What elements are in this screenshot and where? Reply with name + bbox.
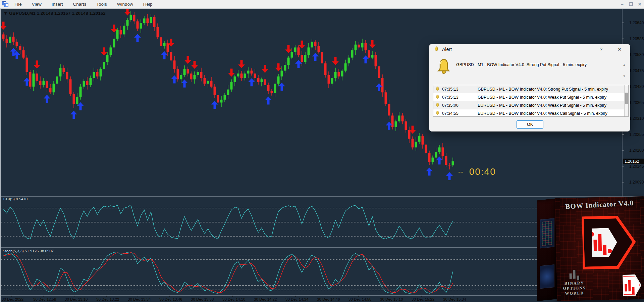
candle — [355, 45, 357, 50]
candle — [405, 121, 407, 130]
candle — [274, 84, 276, 93]
buy-signal-arrow — [70, 111, 77, 119]
candle — [157, 27, 159, 37]
candle — [180, 75, 182, 79]
candle — [39, 81, 42, 85]
menu-item-help[interactable]: Help — [138, 0, 158, 9]
candle — [12, 37, 15, 42]
candle — [338, 72, 340, 77]
price-axis-label: 1.20420 — [629, 84, 644, 89]
candle — [56, 77, 58, 84]
minimize-button[interactable]: – — [618, 1, 627, 8]
candle — [163, 43, 166, 46]
menu-item-tools[interactable]: Tools — [91, 0, 112, 9]
alert-message: GBPUSD - M1 - BOW Indicator V4.0: Strong… — [456, 62, 604, 67]
scroll-up-icon[interactable]: ▲ — [622, 63, 627, 67]
box-front-face: BOW Indicator V4.0 BINARY OPTIONS WORLD — [555, 196, 644, 301]
candle — [284, 65, 286, 70]
scrollbar[interactable] — [624, 85, 628, 116]
bars-logo-icon — [625, 279, 635, 292]
time-axis-label: 30 Dec 13:46 — [159, 297, 182, 301]
candlestick-series — [2, 11, 454, 169]
buy-signal-arrow — [446, 172, 453, 180]
menu-item-charts[interactable]: Charts — [68, 0, 92, 9]
candle — [448, 165, 451, 165]
candle — [19, 46, 21, 50]
countdown-dashes: -- — [458, 167, 464, 176]
candle — [281, 71, 283, 77]
alert-row[interactable]: 07:35:13GBPUSD - M1 - BOW Indicator V4.0… — [433, 85, 628, 93]
box-side-screenshot — [540, 264, 554, 289]
candle — [69, 79, 72, 94]
candle — [143, 18, 146, 23]
candle — [6, 39, 8, 43]
scrollbar-thumb[interactable] — [625, 93, 628, 104]
candle — [126, 20, 129, 26]
candle — [120, 30, 122, 35]
candle — [314, 42, 317, 46]
current-price-value: 1.20162 — [625, 159, 639, 164]
restore-button[interactable]: ❐ — [627, 1, 635, 8]
time-axis-label: 30 Dec 15:34 — [443, 297, 466, 301]
alert-time: 07:35:13 — [442, 95, 474, 100]
candle — [194, 75, 196, 79]
candle — [83, 81, 85, 87]
candle — [251, 71, 253, 74]
candle — [140, 23, 142, 29]
candle — [113, 39, 115, 48]
alert-row[interactable]: 07:34:55EURUSD - M1 - BOW Indicator V4.0… — [433, 109, 628, 117]
candle — [321, 52, 323, 63]
time-axis-label: 30 Dec 2022 — [2, 297, 23, 301]
candle — [33, 73, 35, 87]
scroll-down-icon[interactable]: ▼ — [622, 74, 627, 79]
price-axis-label: 1.20145 — [629, 164, 644, 169]
close-button[interactable]: ✕ — [635, 1, 644, 8]
menu-item-insert[interactable]: Insert — [47, 0, 68, 9]
sell-signal-arrow — [1, 22, 7, 30]
bell-icon — [435, 95, 440, 100]
menu-item-window[interactable]: Window — [112, 0, 138, 9]
sell-signal-arrow — [238, 60, 245, 68]
candle — [123, 26, 125, 35]
alert-text: EURUSD - M1 - BOW Indicator V4.0: Weak C… — [478, 111, 607, 116]
buy-signal-arrow — [278, 83, 285, 91]
alert-text: EURUSD - M1 - BOW Indicator V4.0: Weak P… — [478, 103, 606, 108]
candle — [100, 69, 102, 77]
help-button[interactable]: ? — [598, 46, 604, 53]
candle — [257, 78, 260, 82]
candle — [412, 139, 414, 147]
candle — [63, 68, 65, 72]
buy-signal-arrow — [312, 53, 319, 61]
candle — [435, 152, 437, 157]
candle — [230, 82, 233, 90]
candle — [133, 15, 136, 21]
sell-signal-arrow — [101, 47, 107, 55]
close-button[interactable]: ✕ — [616, 46, 623, 53]
candle — [244, 73, 246, 78]
stoch-k-line — [3, 252, 453, 294]
candle — [224, 95, 226, 100]
candle — [422, 136, 424, 145]
candle — [371, 55, 374, 58]
alert-history-table[interactable]: 07:35:13GBPUSD - M1 - BOW Indicator V4.0… — [433, 85, 629, 117]
buy-signal-arrow — [426, 167, 433, 175]
alert-row[interactable]: 07:35:13GBPUSD - M1 - BOW Indicator V4.0… — [433, 93, 628, 101]
candle — [304, 55, 307, 62]
buy-signal-arrow — [161, 51, 168, 59]
menu-item-view[interactable]: View — [27, 0, 47, 9]
candle — [264, 79, 266, 85]
time-axis-label: 30 Dec 12:58 — [33, 297, 56, 301]
candle — [150, 17, 152, 23]
candle — [254, 73, 256, 78]
alert-row[interactable]: 07:35:00EURUSD - M1 - BOW Indicator V4.0… — [433, 101, 628, 109]
candle — [26, 58, 28, 72]
menu-item-file[interactable]: File — [9, 0, 27, 9]
candle — [261, 79, 263, 82]
candle — [385, 92, 387, 104]
ok-button[interactable]: OK — [517, 120, 543, 129]
sell-signal-arrow — [262, 65, 268, 73]
time-axis-label: 30 Dec 15:10 — [380, 297, 403, 301]
price-axis-label: 1.20310 — [629, 116, 644, 121]
bell-icon — [435, 87, 440, 92]
symbol-ohlc-title: ▼ GBPUSD,M1 1.20148 1.20167 1.20148 1.20… — [3, 11, 106, 16]
